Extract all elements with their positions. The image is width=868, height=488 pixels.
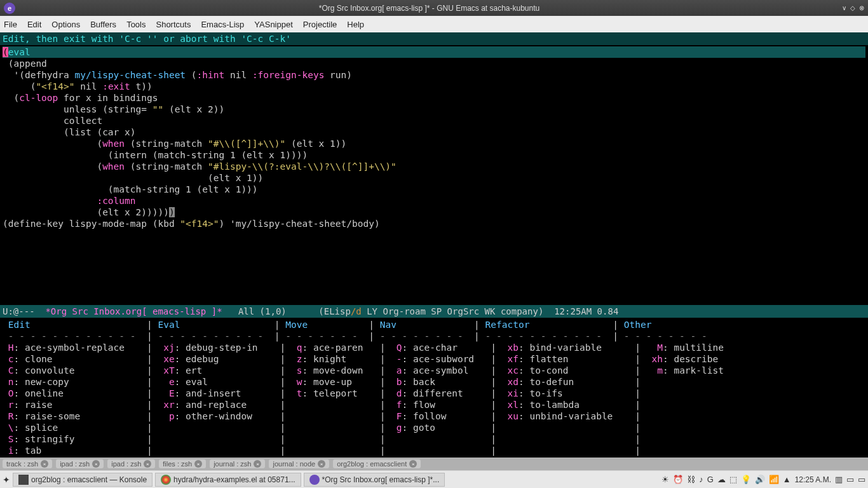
tab[interactable]: track : zsh× — [3, 459, 52, 468]
edit-hint: Edit, then exit with 'C-c '' or abort wi… — [0, 32, 868, 45]
konsole-tabs: track : zsh× ipad : zsh× ipad : zsh× fil… — [0, 458, 868, 470]
menu-file[interactable]: File — [4, 20, 17, 29]
tray-icon[interactable]: ▭ — [846, 475, 854, 484]
tab[interactable]: ipad : zsh× — [56, 459, 104, 468]
close-icon[interactable]: × — [194, 460, 202, 468]
window-titlebar: e *Org Src Inbox.org[ emacs-lisp ]* - GN… — [0, 0, 868, 16]
tab[interactable]: journal : node× — [269, 459, 329, 468]
tray-icon[interactable]: ▥ — [835, 475, 843, 484]
menu-shortcuts[interactable]: Shortcuts — [156, 20, 191, 29]
taskbar: ✦ org2blog : emacsclient — Konsole hydra… — [0, 470, 868, 488]
emacs-icon — [309, 475, 320, 485]
task-button[interactable]: *Org Src Inbox.org[ emacs-lisp ]*... — [304, 473, 445, 487]
chevron-up-icon[interactable]: ▲ — [783, 475, 791, 484]
close-icon[interactable]: × — [41, 460, 48, 468]
tray-icon[interactable]: G — [707, 475, 714, 484]
tray-icon[interactable]: ♪ — [699, 475, 703, 484]
menu-projectile[interactable]: Projectile — [303, 20, 337, 29]
window-title: *Org Src Inbox.org[ emacs-lisp ]* - GNU … — [20, 4, 838, 13]
menu-options[interactable]: Options — [51, 20, 80, 29]
terminal-icon — [18, 475, 29, 485]
menu-buffers[interactable]: Buffers — [90, 20, 116, 29]
chrome-icon — [161, 475, 171, 485]
menu-yasnippet[interactable]: YASnippet — [254, 20, 292, 29]
minimize-button[interactable]: ∨ — [842, 4, 846, 11]
close-icon[interactable]: × — [318, 460, 325, 468]
tray-icon[interactable]: ☀ — [661, 475, 669, 484]
close-icon[interactable]: × — [409, 460, 417, 468]
close-icon[interactable]: × — [254, 460, 261, 468]
hydra-panel: Edit | Eval | Move | Nav | Refactor | Ot… — [0, 318, 868, 458]
menu-emacs-lisp[interactable]: Emacs-Lisp — [201, 20, 244, 29]
tray-icon[interactable]: 💡 — [741, 475, 751, 484]
task-button[interactable]: org2blog : emacsclient — Konsole — [13, 473, 153, 487]
task-button[interactable]: hydra/hydra-examples.el at 05871... — [155, 473, 301, 487]
tab[interactable]: journal : zsh× — [210, 459, 265, 468]
tab[interactable]: files : zsh× — [159, 459, 206, 468]
tray-icon[interactable]: ▭ — [858, 475, 865, 484]
tray-icon[interactable]: ☁ — [717, 475, 726, 484]
start-menu[interactable]: ✦ — [3, 475, 10, 485]
maximize-button[interactable]: ◇ — [850, 4, 855, 11]
tray-icon[interactable]: ⛓ — [687, 475, 695, 484]
system-tray: ☀ ⏰ ⛓ ♪ G ☁ ⬚ 💡 🔊 📶 ▲ 12:25 A.M. ▥ ▭ ▭ — [661, 475, 865, 484]
wifi-icon[interactable]: 📶 — [769, 475, 779, 484]
volume-icon[interactable]: 🔊 — [755, 475, 765, 484]
menu-bar: File Edit Options Buffers Tools Shortcut… — [0, 16, 868, 32]
app-icon: e — [4, 3, 15, 14]
tray-icon[interactable]: ⬚ — [729, 475, 737, 484]
close-button[interactable]: ⊗ — [859, 4, 864, 11]
menu-help[interactable]: Help — [347, 20, 364, 29]
tray-icon[interactable]: ⏰ — [673, 475, 683, 484]
mode-line: U:@--- *Org Src Inbox.org[ emacs-lisp ]*… — [0, 305, 868, 318]
tab[interactable]: org2blog : emacsclient× — [333, 459, 421, 468]
menu-tools[interactable]: Tools — [126, 20, 146, 29]
close-icon[interactable]: × — [144, 460, 151, 468]
menu-edit[interactable]: Edit — [27, 20, 41, 29]
editor-buffer[interactable]: (eval (append '(defhydra my/lispy-cheat-… — [0, 45, 868, 305]
tab[interactable]: ipad : zsh× — [107, 459, 155, 468]
clock[interactable]: 12:25 A.M. — [795, 475, 831, 484]
close-icon[interactable]: × — [92, 460, 100, 468]
